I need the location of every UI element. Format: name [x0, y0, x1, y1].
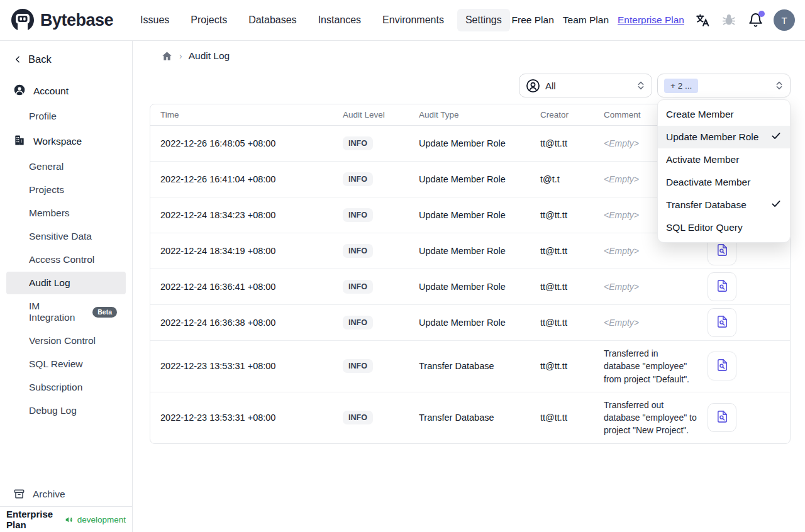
plan-team-plan[interactable]: Team Plan [563, 14, 609, 26]
sidebar-item-label: Members [29, 208, 70, 219]
column-header-audit-type: Audit Type [409, 110, 530, 119]
audit-time: 2022-12-23 13:53:31 +08:00 [150, 361, 333, 371]
workspace-icon [13, 134, 26, 149]
archive-label: Archive [33, 489, 65, 500]
audit-type: Update Member Role [409, 282, 530, 292]
translate-icon[interactable] [694, 12, 711, 28]
audit-type-filter-select[interactable]: + 2 ... [657, 74, 791, 97]
table-row: 2022-12-23 13:53:31 +08:00INFOTransfer D… [150, 392, 790, 443]
view-payload-button[interactable] [708, 352, 736, 380]
menu-item-create-member[interactable]: Create Member [658, 103, 790, 126]
audit-level-badge: INFO [343, 359, 373, 373]
sidebar-item-projects[interactable]: Projects [6, 179, 126, 201]
beta-badge: Beta [92, 307, 117, 318]
audit-creator: tt@tt.tt [530, 138, 594, 148]
back-button[interactable]: Back [0, 50, 132, 65]
person-circle-icon [526, 79, 540, 93]
audit-level-cell: INFO [333, 280, 409, 294]
sidebar-item-members[interactable]: Members [6, 202, 126, 224]
audit-creator: tt@tt.tt [530, 282, 594, 292]
sidebar-group-label: Account [33, 86, 69, 97]
audit-time: 2022-12-26 16:48:05 +08:00 [150, 138, 333, 148]
audit-level-cell: INFO [333, 359, 409, 373]
notifications-bell-icon[interactable] [747, 12, 763, 28]
audit-time: 2022-12-24 18:34:19 +08:00 [150, 246, 333, 256]
nav-link-databases[interactable]: Databases [240, 9, 305, 31]
audit-creator: tt@tt.tt [530, 413, 594, 423]
plan-links: Free PlanTeam PlanEnterprise Plan [512, 14, 684, 26]
audit-type: Transfer Database [409, 361, 530, 371]
audit-creator: tt@tt.tt [530, 210, 594, 220]
home-icon[interactable] [161, 50, 173, 62]
nav-link-instances[interactable]: Instances [310, 9, 369, 31]
sidebar-item-general[interactable]: General [6, 155, 126, 178]
sidebar-item-label: Version Control [29, 335, 96, 346]
audit-level-cell: INFO [333, 316, 409, 330]
audit-level-badge: INFO [343, 411, 373, 424]
breadcrumb-current: Audit Log [189, 50, 230, 62]
sidebar-footer: Enterprise Plan development [0, 506, 132, 532]
document-search-icon [715, 243, 730, 259]
nav-link-environments[interactable]: Environments [374, 9, 452, 31]
menu-item-deactivate-member[interactable]: Deactivate Member [658, 171, 790, 194]
nav-right: Free PlanTeam PlanEnterprise Plan [512, 9, 795, 31]
menu-item-transfer-database[interactable]: Transfer Database [658, 194, 790, 216]
current-plan-label: Enterprise Plan [6, 509, 61, 530]
sidebar-item-label: IM Integration [29, 301, 87, 323]
column-header-audit-level: Audit Level [333, 110, 409, 119]
menu-item-label: Update Member Role [666, 131, 758, 143]
sidebar-item-subscription[interactable]: Subscription [6, 376, 126, 399]
document-search-icon [715, 279, 730, 295]
menu-item-label: SQL Editor Query [666, 222, 743, 233]
sidebar-item-label: Profile [29, 111, 57, 122]
bytebase-logo-icon [10, 8, 35, 33]
bytebase-logo[interactable]: Bytebase [10, 8, 113, 33]
nav-link-settings[interactable]: Settings [457, 9, 510, 31]
menu-item-sql-editor-query[interactable]: SQL Editor Query [658, 216, 790, 239]
filter-row: All + 2 ... Create MemberUpdate Member R… [150, 74, 791, 97]
avatar[interactable]: T [774, 9, 795, 31]
audit-level-badge: INFO [343, 136, 373, 150]
table-row: 2022-12-23 13:53:31 +08:00INFOTransfer D… [150, 340, 790, 392]
sidebar-item-profile[interactable]: Profile [6, 105, 126, 128]
plan-enterprise-plan[interactable]: Enterprise Plan [618, 14, 684, 26]
audit-comment: <Empty> [594, 310, 701, 335]
check-icon [770, 130, 782, 144]
archive-icon [13, 488, 25, 500]
bug-icon[interactable] [721, 12, 737, 28]
breadcrumb-separator: › [179, 51, 182, 61]
nav-link-issues[interactable]: Issues [132, 9, 177, 31]
notification-dot [758, 11, 765, 17]
sidebar-item-sensitive-data[interactable]: Sensitive Data [6, 225, 126, 248]
plan-free-plan[interactable]: Free Plan [512, 14, 554, 26]
menu-item-update-member-role[interactable]: Update Member Role [658, 126, 790, 148]
column-header-creator: Creator [530, 110, 594, 119]
audit-time: 2022-12-24 18:34:23 +08:00 [150, 210, 333, 220]
sidebar-item-sql-review[interactable]: SQL Review [6, 353, 126, 375]
top-nav: Bytebase IssuesProjectsDatabasesInstance… [0, 0, 805, 41]
sidebar-item-version-control[interactable]: Version Control [6, 330, 126, 352]
audit-time: 2022-12-24 16:36:38 +08:00 [150, 318, 333, 328]
sidebar-item-archive[interactable]: Archive [0, 482, 132, 506]
audit-level-cell: INFO [333, 136, 409, 150]
breadcrumb: › Audit Log [150, 48, 791, 64]
audit-level-cell: INFO [333, 208, 409, 222]
audit-level-badge: INFO [343, 208, 373, 222]
audit-time: 2022-12-24 16:36:41 +08:00 [150, 282, 333, 292]
creator-filter-select[interactable]: All [519, 74, 652, 97]
menu-item-activate-member[interactable]: Activate Member [658, 148, 790, 171]
sidebar-item-label: Debug Log [29, 405, 77, 416]
sidebar-item-label: Audit Log [29, 277, 70, 289]
document-search-icon [715, 314, 730, 331]
audit-level-cell: INFO [333, 244, 409, 258]
nav-link-projects[interactable]: Projects [182, 9, 235, 31]
view-payload-button[interactable] [708, 272, 736, 301]
view-payload-button[interactable] [708, 403, 736, 432]
sidebar-item-access-control[interactable]: Access Control [6, 248, 126, 271]
audit-time: 2022-12-23 13:53:31 +08:00 [150, 413, 333, 423]
sidebar-item-audit-log[interactable]: Audit Log [6, 272, 126, 294]
sidebar-item-debug-log[interactable]: Debug Log [6, 399, 126, 422]
creator-filter-value: All [545, 80, 556, 91]
view-payload-button[interactable] [708, 308, 736, 337]
sidebar-item-im-integration[interactable]: IM IntegrationBeta [6, 295, 126, 329]
